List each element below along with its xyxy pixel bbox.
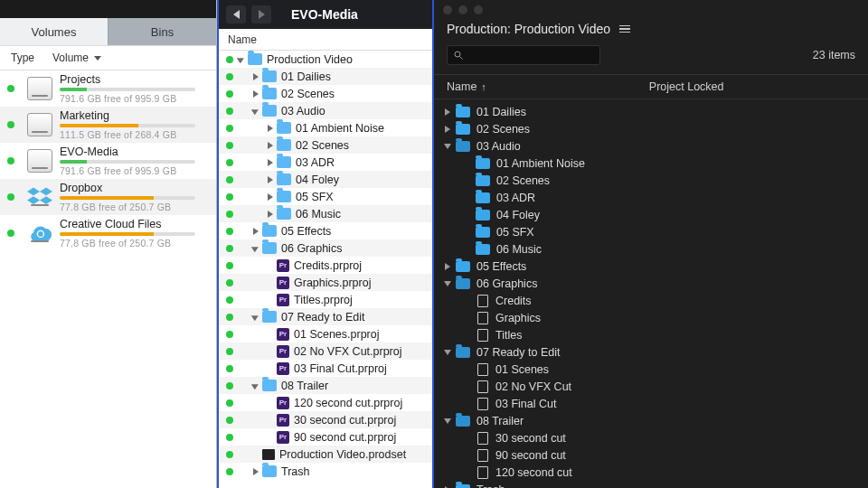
search-input[interactable] <box>447 45 600 65</box>
tree-row[interactable]: 06 Music <box>219 205 432 222</box>
volume-info: Creative Cloud Files77.8 GB free of 250.… <box>60 218 195 249</box>
tree-row[interactable]: Pr120 second cut.prproj <box>219 394 432 411</box>
disclosure-triangle-icon[interactable] <box>445 126 450 133</box>
col-volume[interactable]: Volume <box>52 52 216 64</box>
production-tree-row[interactable]: Credits <box>434 292 868 309</box>
disclosure-triangle-icon[interactable] <box>268 211 273 218</box>
col-name[interactable]: Name↑ <box>447 80 486 93</box>
tree-row[interactable]: PrCredits.prproj <box>219 257 432 274</box>
volume-row[interactable]: Marketing111.5 GB free of 268.4 GB <box>0 107 216 143</box>
production-tree-row[interactable]: 01 Scenes <box>434 361 868 378</box>
online-dot-icon <box>226 262 233 269</box>
disclosure-triangle-icon[interactable] <box>445 108 450 116</box>
volume-row[interactable]: Dropbox77.8 GB free of 250.7 GB <box>0 179 216 215</box>
production-tree-row[interactable]: 02 Scenes <box>434 172 868 189</box>
disclosure-triangle-icon[interactable] <box>251 109 259 115</box>
disclosure-triangle-icon[interactable] <box>251 315 259 321</box>
tree-row[interactable]: Pr03 Final Cut.prproj <box>219 360 432 377</box>
disclosure-triangle-icon[interactable] <box>445 263 450 270</box>
col-project-locked[interactable]: Project Locked <box>649 80 724 93</box>
disclosure-triangle-icon[interactable] <box>268 142 273 149</box>
nav-back-button[interactable] <box>226 5 246 23</box>
panel-menu-icon[interactable] <box>619 25 630 33</box>
tree-row[interactable]: 05 Effects <box>219 222 432 239</box>
disclosure-triangle-icon[interactable] <box>268 176 273 183</box>
disclosure-triangle-icon[interactable] <box>251 384 259 389</box>
chevron-down-icon <box>94 56 101 61</box>
disclosure-triangle-icon[interactable] <box>268 193 273 201</box>
disclosure-triangle-icon[interactable] <box>268 125 273 132</box>
production-tree-row[interactable]: 120 second cut <box>434 464 868 481</box>
disclosure-triangle-icon[interactable] <box>237 58 244 63</box>
production-tree-row[interactable]: 03 Final Cut <box>434 395 868 412</box>
production-columns: Name↑ Project Locked <box>434 74 868 99</box>
production-tree-row[interactable]: 01 Ambient Noise <box>434 155 868 172</box>
production-tree-row[interactable]: 30 second cut <box>434 429 868 446</box>
tree-item-label: 30 second cut <box>495 432 566 445</box>
disclosure-triangle-icon[interactable] <box>444 281 451 286</box>
tree-item-label: 02 Scenes <box>476 123 530 136</box>
production-tree-row[interactable]: 03 Audio <box>434 137 868 155</box>
folder-icon <box>456 484 470 489</box>
tree-row[interactable]: 05 SFX <box>219 188 432 205</box>
production-tree-row[interactable]: 06 Graphics <box>434 275 868 292</box>
tree-row[interactable]: 01 Ambient Noise <box>219 119 432 136</box>
volume-row[interactable]: Creative Cloud Files77.8 GB free of 250.… <box>0 215 216 251</box>
tree-row[interactable]: 08 Trailer <box>219 377 432 394</box>
production-tree-row[interactable]: 07 Ready to Edit <box>434 343 868 361</box>
production-tree-row[interactable]: Graphics <box>434 309 868 326</box>
disclosure-triangle-icon[interactable] <box>444 350 451 355</box>
production-tree-row[interactable]: 08 Trailer <box>434 412 868 429</box>
traffic-light-min[interactable] <box>458 5 467 14</box>
tree-row[interactable]: 03 ADR <box>219 154 432 171</box>
tree-row[interactable]: PrGraphics.prproj <box>219 274 432 291</box>
online-dot-icon <box>226 142 233 149</box>
volume-row[interactable]: EVO-Media791.6 GB free of 995.9 GB <box>0 143 216 179</box>
disclosure-triangle-icon[interactable] <box>253 228 259 235</box>
tree-row[interactable]: Production Video <box>219 51 432 68</box>
production-tree-row[interactable]: Titles <box>434 326 868 343</box>
tree-row[interactable]: Pr30 second cut.prproj <box>219 411 432 428</box>
production-tree-row[interactable]: 06 Music <box>434 240 868 258</box>
production-tree-row[interactable]: 04 Foley <box>434 206 868 223</box>
traffic-light-close[interactable] <box>443 5 452 14</box>
tree-row[interactable]: PrTitles.prproj <box>219 291 432 308</box>
production-tree-row[interactable]: Trash <box>434 481 868 488</box>
tab-bins[interactable]: Bins <box>108 18 216 45</box>
tree-row[interactable]: Pr02 No VFX Cut.prproj <box>219 343 432 360</box>
production-tree-row[interactable]: 05 Effects <box>434 258 868 275</box>
tree-row[interactable]: Pr90 second cut.prproj <box>219 428 432 446</box>
disclosure-triangle-icon[interactable] <box>444 418 451 424</box>
tree-row[interactable]: 07 Ready to Edit <box>219 308 432 325</box>
disclosure-triangle-icon[interactable] <box>253 468 259 475</box>
production-tree-row[interactable]: 05 SFX <box>434 223 868 240</box>
tab-volumes[interactable]: Volumes <box>0 18 108 45</box>
col-type[interactable]: Type <box>0 52 52 64</box>
tree-row[interactable]: 02 Scenes <box>219 85 432 102</box>
tree-row[interactable]: 06 Graphics <box>219 239 432 257</box>
production-tree-row[interactable]: 03 ADR <box>434 189 868 206</box>
volume-usage-bar <box>60 196 195 200</box>
browser-header[interactable]: Name <box>219 29 432 51</box>
tree-row[interactable]: 03 Audio <box>219 102 432 119</box>
production-tree-row[interactable]: 90 second cut <box>434 446 868 464</box>
tree-row[interactable]: Pr01 Scenes.prproj <box>219 325 432 343</box>
production-tree-row[interactable]: 02 No VFX Cut <box>434 378 868 395</box>
disclosure-triangle-icon[interactable] <box>251 247 259 252</box>
tree-row[interactable]: 02 Scenes <box>219 136 432 154</box>
disclosure-triangle-icon[interactable] <box>253 90 259 98</box>
tree-row[interactable]: Production Video.prodset <box>219 446 432 463</box>
tree-row[interactable]: 04 Foley <box>219 171 432 188</box>
online-dot-icon <box>226 176 233 183</box>
production-tree-row[interactable]: 01 Dailies <box>434 103 868 120</box>
traffic-light-max[interactable] <box>474 5 483 14</box>
disclosure-triangle-icon[interactable] <box>268 159 273 166</box>
folder-icon <box>277 122 291 134</box>
tree-row[interactable]: Trash <box>219 463 432 480</box>
disclosure-triangle-icon[interactable] <box>444 144 451 149</box>
tree-row[interactable]: 01 Dailies <box>219 68 432 85</box>
disclosure-triangle-icon[interactable] <box>253 73 259 80</box>
volume-row[interactable]: Projects791.6 GB free of 995.9 GB <box>0 70 216 107</box>
production-tree-row[interactable]: 02 Scenes <box>434 120 868 137</box>
nav-forward-button[interactable] <box>251 5 271 23</box>
